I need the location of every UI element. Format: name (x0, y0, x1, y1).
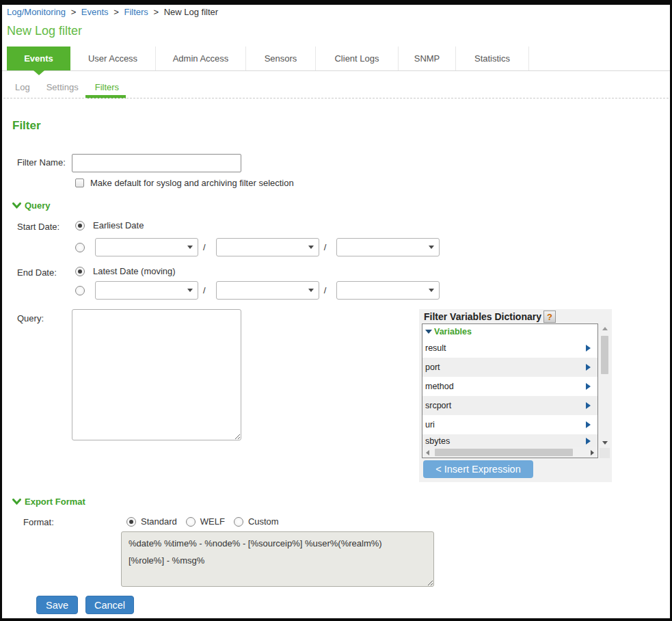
tab-admin-access[interactable]: Admin Access (156, 47, 246, 70)
end-custom-date-radio[interactable] (75, 286, 85, 295)
query-label: Query: (17, 313, 44, 323)
expand-right-icon[interactable] (586, 421, 591, 428)
start-month-select[interactable] (95, 238, 198, 256)
welf-radio[interactable] (186, 517, 196, 527)
filter-name-input[interactable] (72, 154, 241, 172)
welf-label: WELF (200, 516, 225, 527)
make-default-checkbox[interactable] (75, 179, 84, 187)
tab-sensors[interactable]: Sensors (246, 47, 316, 70)
dictionary-title: Filter Variables Dictionary (424, 311, 541, 322)
expand-right-icon[interactable] (586, 345, 591, 352)
subtab-label: Settings (46, 82, 79, 92)
variable-row-uri[interactable]: uri (422, 415, 597, 434)
scroll-left-icon[interactable] (422, 447, 433, 458)
end-year-select[interactable] (336, 281, 440, 300)
standard-label: Standard (141, 516, 177, 527)
start-earliest-radio[interactable] (75, 221, 85, 230)
custom-label: Custom (248, 516, 279, 527)
expand-right-icon[interactable] (586, 383, 591, 390)
date-separator: / (203, 242, 206, 252)
end-latest-radio[interactable] (75, 267, 85, 276)
variable-row-srcport[interactable]: srcport (422, 396, 597, 415)
export-format-section-toggle[interactable]: Export Format (12, 497, 85, 507)
standard-radio[interactable] (126, 517, 136, 527)
group-expanded-icon (425, 330, 432, 334)
vertical-scrollbar[interactable] (600, 323, 610, 448)
variable-row-method[interactable]: method (422, 377, 597, 396)
filter-name-label: Filter Name: (17, 154, 72, 168)
variable-label: port (425, 362, 440, 372)
format-string-textarea[interactable]: %date% %time% - %node% - [%sourceip%] %u… (121, 531, 434, 587)
end-date-option-row: Latest Date (moving) (75, 266, 176, 276)
end-date-label: End Date: (17, 267, 72, 278)
breadcrumb-separator: > (113, 7, 119, 17)
start-earliest-label: Earliest Date (93, 220, 144, 230)
help-icon[interactable]: ? (543, 310, 556, 323)
filter-section-heading: Filter (12, 119, 41, 133)
start-year-select[interactable] (336, 238, 440, 256)
tab-statistics[interactable]: Statistics (456, 47, 529, 70)
variable-label: sbytes (425, 436, 450, 446)
tab-client-logs[interactable]: Client Logs (316, 47, 399, 70)
breadcrumb: Log/Monitoring > Events > Filters > New … (7, 7, 218, 17)
section-collapse-icon (12, 499, 21, 505)
breadcrumb-current: New Log filter (164, 7, 218, 17)
subtab-label: Filters (95, 82, 119, 92)
tab-events[interactable]: Events (7, 47, 70, 70)
subtab-settings[interactable]: Settings (46, 82, 79, 92)
insert-expression-button[interactable]: < Insert Expression (423, 460, 533, 478)
scroll-right-icon[interactable] (587, 447, 597, 458)
make-default-label: Make default for syslog and archiving fi… (90, 178, 294, 188)
start-day-select[interactable] (216, 238, 319, 256)
end-month-select[interactable] (95, 281, 198, 300)
dropdown-arrow-icon (308, 246, 314, 249)
scroll-up-icon[interactable] (600, 323, 610, 334)
variables-group-label: Variables (434, 327, 472, 336)
start-custom-date-radio[interactable] (75, 243, 85, 252)
tab-label: Admin Access (173, 53, 229, 64)
page-title: New Log filter (7, 24, 82, 38)
end-latest-label: Latest Date (moving) (93, 266, 176, 276)
custom-radio[interactable] (234, 517, 243, 527)
horizontal-scrollbar[interactable] (422, 447, 597, 458)
tab-snmp[interactable]: SNMP (399, 47, 456, 70)
breadcrumb-link-filters[interactable]: Filters (124, 7, 148, 17)
expand-right-icon[interactable] (586, 402, 591, 409)
subtab-filters[interactable]: Filters (95, 82, 119, 92)
breadcrumb-link-events[interactable]: Events (81, 7, 109, 17)
tab-user-access[interactable]: User Access (70, 47, 156, 70)
dropdown-arrow-icon (429, 246, 434, 249)
query-section-toggle[interactable]: Query (12, 200, 51, 211)
tab-label: Client Logs (334, 53, 379, 64)
dictionary-titlebar: Filter Variables Dictionary ? (424, 310, 556, 323)
variable-label: method (425, 382, 454, 391)
scroll-down-icon[interactable] (600, 438, 610, 448)
variable-row-result[interactable]: result (422, 339, 597, 358)
save-button[interactable]: Save (36, 596, 78, 614)
variable-label: srcport (425, 401, 451, 410)
start-date-label: Start Date: (17, 222, 72, 232)
tab-label: Events (24, 53, 53, 64)
end-day-select[interactable] (216, 281, 319, 300)
breadcrumb-link-log-monitoring[interactable]: Log/Monitoring (7, 7, 66, 17)
variable-row-port[interactable]: port (422, 358, 597, 377)
start-date-select-row: / / (75, 238, 440, 256)
subtab-label: Log (15, 82, 30, 92)
query-textarea[interactable] (72, 309, 241, 440)
expand-right-icon[interactable] (586, 364, 591, 371)
variable-row-sbytes[interactable]: sbytes (422, 434, 597, 448)
vertical-scroll-thumb[interactable] (601, 336, 608, 374)
horizontal-scroll-thumb[interactable] (435, 449, 573, 456)
export-format-section-label: Export Format (25, 497, 85, 507)
format-label: Format: (23, 517, 54, 527)
subtab-log[interactable]: Log (15, 82, 30, 92)
query-section-label: Query (25, 200, 51, 211)
sub-tab-bar: Log Settings Filters (15, 82, 119, 92)
expand-right-icon[interactable] (586, 438, 591, 445)
make-default-row: Make default for syslog and archiving fi… (75, 178, 294, 188)
variables-group-row[interactable]: Variables (422, 324, 597, 339)
cancel-button[interactable]: Cancel (85, 596, 134, 614)
tab-label: Sensors (265, 53, 297, 64)
date-separator: / (203, 285, 206, 295)
dropdown-arrow-icon (308, 289, 314, 292)
